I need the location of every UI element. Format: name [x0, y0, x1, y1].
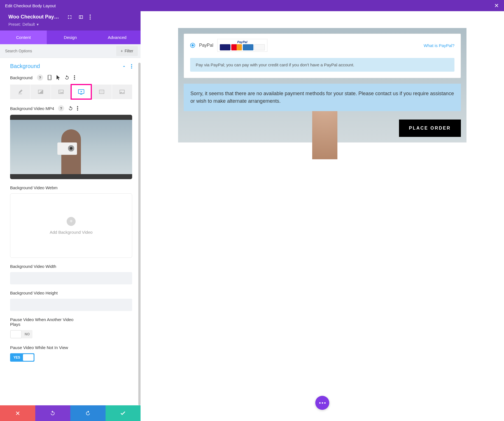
- svg-point-0: [90, 15, 91, 16]
- fab-menu-button[interactable]: [315, 396, 329, 410]
- field-video-mp4: Background Video MP4 ?: [10, 105, 132, 179]
- reset-icon[interactable]: [64, 75, 69, 80]
- svg-point-3: [131, 64, 132, 65]
- svg-point-2: [90, 18, 91, 20]
- background-type-tabs: [10, 85, 132, 99]
- paypal-radio[interactable]: [190, 43, 195, 48]
- tab-advanced[interactable]: Advanced: [94, 31, 141, 44]
- field-pause-notinview: Pause Video While Not In View YES: [10, 345, 132, 362]
- search-row: + Filter: [0, 44, 141, 58]
- svg-point-4: [131, 66, 132, 67]
- svg-point-5: [131, 67, 132, 69]
- footer-actions: [0, 405, 141, 421]
- svg-point-20: [101, 92, 102, 93]
- svg-point-21: [102, 92, 103, 93]
- field-video-webm: Background Video Webm + Add Background V…: [10, 185, 132, 258]
- more-icon[interactable]: [90, 15, 91, 20]
- what-is-paypal-link[interactable]: What is PayPal?: [424, 43, 454, 48]
- pause-notinview-toggle[interactable]: YES: [10, 353, 34, 362]
- redo-button[interactable]: [70, 405, 106, 421]
- module-header: Woo Checkout Payment Se... Preset: Defau…: [0, 11, 141, 31]
- modal-header: Edit Checkout Body Layout ✕: [0, 0, 504, 11]
- chevron-down-icon: ▾: [37, 22, 39, 27]
- place-order-button[interactable]: PLACE ORDER: [399, 120, 461, 137]
- svg-point-8: [74, 75, 75, 76]
- plus-icon: +: [121, 49, 123, 53]
- add-video-text: Add Background Video: [50, 230, 92, 235]
- payment-method-box: PayPal PayPal: [184, 34, 461, 78]
- settings-tabs: Content Design Advanced: [0, 31, 141, 44]
- bg-tab-pattern[interactable]: [92, 85, 112, 99]
- preview-canvas: PayPal PayPal: [141, 11, 504, 421]
- video-mp4-label: Background Video MP4: [10, 106, 54, 111]
- video-webm-label: Background Video Webm: [10, 185, 58, 190]
- background-label: Background: [10, 75, 32, 80]
- svg-point-18: [102, 91, 103, 92]
- bg-tab-mask[interactable]: [112, 85, 132, 99]
- svg-point-17: [101, 91, 102, 92]
- cursor-icon[interactable]: [56, 75, 60, 80]
- field-more-icon[interactable]: [74, 75, 75, 80]
- svg-point-10: [74, 79, 75, 80]
- tab-content[interactable]: Content: [0, 31, 47, 44]
- module-title: Woo Checkout Payment Se...: [8, 14, 63, 20]
- help-icon[interactable]: ?: [37, 74, 43, 81]
- svg-point-9: [74, 77, 75, 78]
- preset-value: Default: [22, 22, 35, 27]
- video-mp4-preview[interactable]: [10, 115, 132, 179]
- collapse-icon[interactable]: [122, 64, 127, 69]
- pause-another-label: Pause Video When Another Video Plays: [10, 317, 77, 327]
- no-payment-methods-notice: Sorry, it seems that there are no availa…: [184, 84, 461, 111]
- reset-icon[interactable]: [68, 106, 73, 111]
- expand-icon[interactable]: [67, 15, 72, 20]
- svg-point-25: [77, 109, 78, 111]
- mastercard-icon: [231, 44, 242, 50]
- bg-tab-image[interactable]: [51, 85, 71, 99]
- filter-label: Filter: [125, 49, 133, 53]
- video-height-input[interactable]: [10, 299, 132, 311]
- video-width-input[interactable]: [10, 272, 132, 284]
- visa-icon: [220, 44, 230, 50]
- pause-another-toggle[interactable]: NO: [10, 330, 32, 338]
- field-video-width: Background Video Width: [10, 264, 132, 284]
- bg-tab-color[interactable]: [10, 85, 30, 99]
- cancel-button[interactable]: [0, 405, 35, 421]
- video-height-label: Background Video Height: [10, 291, 58, 295]
- video-width-label: Background Video Width: [10, 264, 56, 269]
- panel-icon[interactable]: [78, 15, 83, 20]
- filter-button[interactable]: + Filter: [116, 46, 138, 56]
- paypal-label: PayPal: [199, 43, 213, 48]
- svg-point-1: [90, 17, 91, 18]
- modal-title: Edit Checkout Body Layout: [5, 3, 56, 8]
- save-button[interactable]: [106, 405, 141, 421]
- phone-icon[interactable]: [48, 75, 52, 80]
- search-input[interactable]: [0, 45, 116, 57]
- scrollbar[interactable]: [138, 63, 141, 405]
- paypal-card-logos: PayPal: [217, 39, 267, 52]
- bg-tab-video[interactable]: [71, 85, 91, 99]
- discover-icon: [254, 44, 265, 50]
- close-icon[interactable]: ✕: [494, 2, 499, 9]
- preset-label: Preset:: [8, 22, 21, 27]
- field-background: Background ?: [10, 74, 132, 81]
- checkout-module: PayPal PayPal: [178, 28, 466, 142]
- toggle-yes-label: YES: [10, 355, 23, 359]
- plus-icon: +: [67, 217, 76, 226]
- svg-point-16: [101, 91, 101, 92]
- bg-tab-gradient[interactable]: [31, 85, 51, 99]
- section-more-icon[interactable]: [131, 64, 132, 69]
- undo-button[interactable]: [35, 405, 71, 421]
- svg-point-7: [49, 79, 50, 79]
- svg-point-24: [77, 108, 78, 109]
- section-title-background: Background: [10, 63, 40, 69]
- preset-selector[interactable]: Preset: Default ▾: [8, 22, 136, 27]
- help-icon[interactable]: ?: [58, 105, 64, 111]
- tab-design[interactable]: Design: [47, 31, 94, 44]
- amex-icon: [243, 44, 253, 50]
- field-video-height: Background Video Height: [10, 291, 132, 311]
- pause-notinview-label: Pause Video While Not In View: [10, 345, 68, 350]
- toggle-no-label: NO: [22, 332, 32, 336]
- field-more-icon[interactable]: [77, 106, 78, 111]
- add-video-webm[interactable]: + Add Background Video: [10, 193, 132, 258]
- paypal-wordmark: PayPal: [220, 40, 265, 44]
